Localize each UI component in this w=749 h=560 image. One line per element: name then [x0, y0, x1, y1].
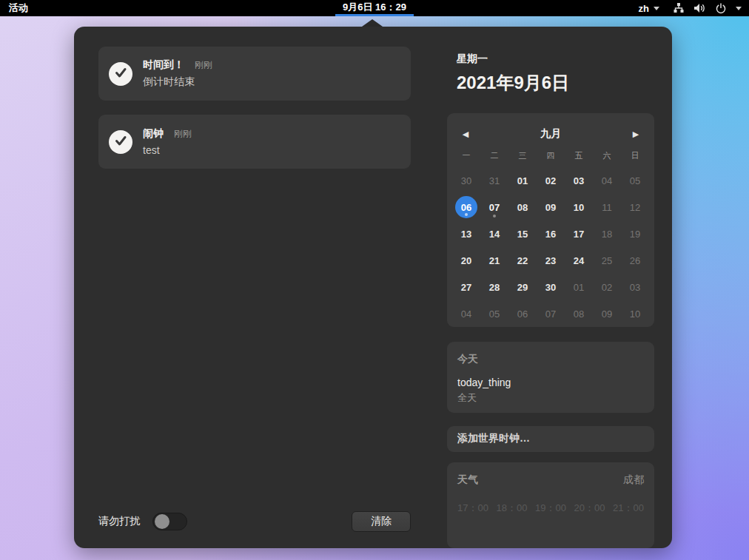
calendar-header: ◀ 九月 ▶ [447, 122, 654, 146]
calendar-day[interactable]: 01 [508, 167, 537, 194]
calendar-day[interactable]: 03 [621, 274, 649, 300]
calendar-day[interactable]: 26 [621, 247, 649, 274]
event-dot [465, 213, 468, 216]
event-dot [493, 215, 496, 217]
calendar-day[interactable]: 07 [537, 300, 565, 327]
weekday-label: 日 [621, 150, 649, 161]
calendar-day[interactable]: 10 [621, 300, 649, 327]
calendar-day[interactable]: 27 [452, 274, 480, 300]
weekday-label: 六 [593, 150, 621, 161]
calendar-day[interactable]: 30 [537, 274, 565, 300]
calendar-day[interactable]: 04 [593, 167, 621, 194]
calendar-day[interactable]: 09 [593, 300, 621, 327]
calendar-day[interactable]: 31 [480, 167, 508, 194]
popover-arrow [362, 19, 383, 27]
weekday-label: 三 [508, 150, 537, 161]
calendar-day[interactable]: 29 [508, 274, 537, 300]
calendar-day[interactable]: 06 [452, 194, 480, 220]
weekday-label: 二 [480, 150, 508, 161]
calendar-day[interactable]: 20 [452, 247, 480, 274]
keyboard-layout-button[interactable]: zh [639, 0, 659, 16]
calendar-prev-button[interactable]: ◀ [453, 122, 478, 146]
calendar-day[interactable]: 03 [565, 167, 593, 194]
calendar-day[interactable]: 12 [621, 194, 649, 220]
calendar-day[interactable]: 14 [480, 220, 508, 247]
calendar-day[interactable]: 21 [480, 247, 508, 274]
calendar-day[interactable]: 05 [480, 300, 508, 327]
notification-time: 刚刚 [195, 59, 212, 72]
activities-button[interactable]: 活动 [0, 0, 37, 16]
notification-card[interactable]: 闹钟 刚刚 test [98, 115, 411, 169]
calendar-day[interactable]: 08 [508, 194, 537, 220]
calendar-day[interactable]: 04 [452, 300, 480, 327]
calendar-day[interactable]: 02 [593, 274, 621, 300]
dnd-label: 请勿打扰 [98, 515, 140, 528]
weather-time: 20：00 [574, 502, 605, 515]
chevron-down-icon [736, 7, 742, 10]
calendar-day[interactable]: 30 [452, 167, 480, 194]
weather-time: 19：00 [535, 502, 566, 515]
network-wired-icon [673, 2, 685, 14]
notification-body: test [143, 144, 192, 156]
weekday-label: 一 [452, 150, 480, 161]
notification-footer: 请勿打扰 清除 [98, 511, 411, 532]
calendar-month-label: 九月 [540, 127, 561, 141]
calendar-day[interactable]: 23 [537, 247, 565, 274]
calendar-day[interactable]: 13 [452, 220, 480, 247]
clock-icon [109, 62, 132, 86]
weather-times-row: 17：0018：0019：0020：0021：00 [457, 502, 644, 515]
calendar-day[interactable]: 15 [508, 220, 537, 247]
full-date-title: 2021年9月6日 [457, 71, 654, 95]
weather-time: 17：00 [457, 502, 488, 515]
topbar-right: zh [631, 0, 749, 16]
clock-button[interactable]: 9月6日 16：29 [335, 0, 414, 16]
volume-icon [693, 2, 706, 14]
calendar-day[interactable]: 09 [537, 194, 565, 220]
system-menu-button[interactable] [673, 0, 742, 16]
weather-header: 天气 成都 [457, 473, 644, 487]
calendar-day[interactable]: 02 [537, 167, 565, 194]
calendar-day[interactable]: 16 [537, 220, 565, 247]
calendar-grid: 3031010203040506070809101112131415161718… [447, 167, 654, 327]
today-events-card[interactable]: 今天 today_thing 全天 [447, 342, 654, 413]
weather-section-label: 天气 [457, 473, 478, 487]
dnd-toggle[interactable] [152, 513, 187, 530]
calendar-day[interactable]: 18 [593, 220, 621, 247]
notification-body: 倒计时结束 [143, 75, 212, 89]
world-clocks-button[interactable]: 添加世界时钟… [447, 426, 654, 452]
notification-time: 刚刚 [174, 128, 192, 141]
calendar-day[interactable]: 05 [621, 167, 649, 194]
today-section-label: 今天 [457, 353, 644, 366]
calendar-day[interactable]: 19 [621, 220, 649, 247]
calendar-day[interactable]: 17 [565, 220, 593, 247]
top-bar: 活动 9月6日 16：29 zh [0, 0, 749, 16]
notification-text: 时间到！ 刚刚 倒计时结束 [143, 58, 212, 89]
calendar-day[interactable]: 22 [508, 247, 537, 274]
dnd-toggle-knob [155, 514, 169, 529]
notification-text: 闹钟 刚刚 test [143, 127, 192, 156]
weather-card[interactable]: 天气 成都 17：0018：0019：0020：0021：00 [447, 462, 654, 548]
clock-label: 9月6日 16：29 [343, 1, 406, 14]
activities-label: 活动 [9, 1, 28, 15]
calendar-day[interactable]: 10 [565, 194, 593, 220]
event-title: today_thing [457, 377, 644, 388]
weather-time: 18：00 [497, 502, 528, 515]
clear-button-label: 清除 [371, 515, 392, 528]
calendar-day[interactable]: 25 [593, 247, 621, 274]
weekday-label: 四 [537, 150, 565, 161]
event-time: 全天 [457, 391, 644, 405]
weekday-label: 五 [565, 150, 593, 161]
calendar-day[interactable]: 01 [565, 274, 593, 300]
notification-card[interactable]: 时间到！ 刚刚 倒计时结束 [98, 47, 411, 101]
weekday-header-row: 一二三四五六日 [447, 150, 654, 161]
calendar-day[interactable]: 11 [593, 194, 621, 220]
calendar-day[interactable]: 08 [565, 300, 593, 327]
clear-button[interactable]: 清除 [352, 511, 411, 532]
calendar-day[interactable]: 06 [508, 300, 537, 327]
calendar-day[interactable]: 28 [480, 274, 508, 300]
calendar-day[interactable]: 24 [565, 247, 593, 274]
weekday-title: 星期一 [457, 53, 654, 66]
calendar-day[interactable]: 07 [480, 194, 508, 220]
notification-section: 时间到！ 刚刚 倒计时结束 闹钟 刚刚 test 请勿打扰 清除 [98, 47, 411, 532]
calendar-next-button[interactable]: ▶ [623, 122, 648, 146]
